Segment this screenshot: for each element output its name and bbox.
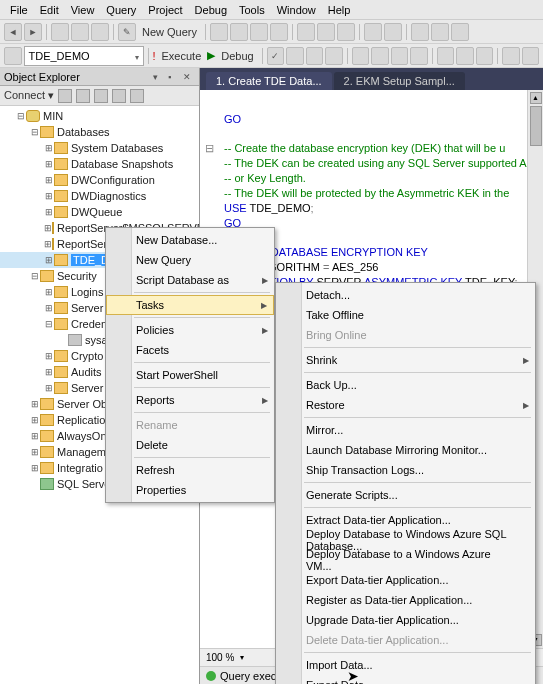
mi-script-database[interactable]: Script Database as▶ xyxy=(106,270,274,290)
mi-properties[interactable]: Properties xyxy=(106,480,274,500)
newquery-icon[interactable]: ✎ xyxy=(118,23,136,41)
menu-query[interactable]: Query xyxy=(100,2,142,18)
scroll-up-icon[interactable]: ▲ xyxy=(530,92,542,104)
oe-tb-icon[interactable] xyxy=(130,89,144,103)
menu-debug[interactable]: Debug xyxy=(189,2,233,18)
nav-fwd-button[interactable]: ► xyxy=(24,23,42,41)
mi-upgrade-dta[interactable]: Upgrade Data-tier Application... xyxy=(276,610,535,630)
code-text: TDE_DEMO xyxy=(247,202,311,214)
tb-icon[interactable] xyxy=(286,47,304,65)
menu-file[interactable]: File xyxy=(4,2,34,18)
nav-back-button[interactable]: ◄ xyxy=(4,23,22,41)
menu-project[interactable]: Project xyxy=(142,2,188,18)
oe-tb-icon[interactable] xyxy=(112,89,126,103)
db-node[interactable]: ⊞DWConfiguration xyxy=(0,172,199,188)
debug-button[interactable]: Debug xyxy=(217,50,257,62)
database-combo[interactable]: TDE_DEMO xyxy=(24,46,144,66)
mi-ship-transaction-logs[interactable]: Ship Transaction Logs... xyxy=(276,460,535,480)
tb-icon[interactable] xyxy=(337,23,355,41)
mi-start-powershell[interactable]: Start PowerShell xyxy=(106,365,274,385)
scroll-thumb[interactable] xyxy=(530,106,542,146)
pin-icon[interactable]: ▾ xyxy=(153,72,165,84)
mi-mirror[interactable]: Mirror... xyxy=(276,420,535,440)
tb-icon[interactable] xyxy=(456,47,474,65)
mi-deploy-azure-sql[interactable]: Deploy Database to Windows Azure SQL Dat… xyxy=(276,530,535,550)
mi-register-dta[interactable]: Register as Data-tier Application... xyxy=(276,590,535,610)
menu-view[interactable]: View xyxy=(65,2,101,18)
mi-extract-dta[interactable]: Extract Data-tier Application... xyxy=(276,510,535,530)
mi-policies[interactable]: Policies▶ xyxy=(106,320,274,340)
newquery-label[interactable]: New Query xyxy=(138,26,201,38)
mi-new-database[interactable]: New Database... xyxy=(106,230,274,250)
close-icon[interactable]: ✕ xyxy=(183,72,195,84)
tab-create-tde[interactable]: 1. Create TDE Data... xyxy=(206,72,332,90)
execute-button[interactable]: Execute xyxy=(158,50,206,62)
mi-export-data[interactable]: Export Data... xyxy=(276,675,535,684)
db-folder-node[interactable]: ⊞Database Snapshots xyxy=(0,156,199,172)
tb-icon[interactable] xyxy=(270,23,288,41)
tb-icon[interactable]: ✓ xyxy=(267,47,285,65)
tb-icon[interactable] xyxy=(437,47,455,65)
toolbar-sql: TDE_DEMO ! Execute ▶ Debug ✓ xyxy=(0,44,543,68)
tb-icon[interactable] xyxy=(325,47,343,65)
tb-icon[interactable] xyxy=(364,23,382,41)
mi-export-dta[interactable]: Export Data-tier Application... xyxy=(276,570,535,590)
tb-icon[interactable] xyxy=(410,47,428,65)
tb-icon[interactable] xyxy=(384,23,402,41)
mi-back-up[interactable]: Back Up... xyxy=(276,375,535,395)
zoom-combo[interactable]: 100 % xyxy=(206,652,234,663)
db-node[interactable]: ⊞DWDiagnostics xyxy=(0,188,199,204)
tab-ekm-setup[interactable]: 2. EKM Setup Sampl... xyxy=(334,72,465,90)
mi-launch-mirroring-monitor[interactable]: Launch Database Mirroring Monitor... xyxy=(276,440,535,460)
menu-window[interactable]: Window xyxy=(271,2,322,18)
folder-icon xyxy=(40,398,54,410)
menu-tools[interactable]: Tools xyxy=(233,2,271,18)
tb-icon[interactable] xyxy=(297,23,315,41)
mi-deploy-azure-vm[interactable]: Deploy Database to a Windows Azure VM... xyxy=(276,550,535,570)
open-button[interactable] xyxy=(71,23,89,41)
tb-icon[interactable] xyxy=(317,23,335,41)
tb-icon[interactable] xyxy=(431,23,449,41)
mi-import-data[interactable]: Import Data... xyxy=(276,655,535,675)
mi-facets[interactable]: Facets xyxy=(106,340,274,360)
tb-icon[interactable] xyxy=(210,23,228,41)
db-folder-node[interactable]: ⊞System Databases xyxy=(0,140,199,156)
tb-icon[interactable] xyxy=(502,47,520,65)
oe-tb-icon[interactable] xyxy=(76,89,90,103)
tb-icon[interactable] xyxy=(250,23,268,41)
tb-icon[interactable] xyxy=(306,47,324,65)
new-button[interactable] xyxy=(51,23,69,41)
server-node[interactable]: ⊟MIN xyxy=(0,108,199,124)
pushpin-icon[interactable]: ▪ xyxy=(168,72,180,84)
mi-new-query[interactable]: New Query xyxy=(106,250,274,270)
mi-refresh[interactable]: Refresh xyxy=(106,460,274,480)
tb-icon[interactable] xyxy=(451,23,469,41)
mi-reports[interactable]: Reports▶ xyxy=(106,390,274,410)
mi-generate-scripts[interactable]: Generate Scripts... xyxy=(276,485,535,505)
save-button[interactable] xyxy=(91,23,109,41)
code-text: -- The DEK will be protected by the Asym… xyxy=(224,187,512,199)
tb-icon[interactable] xyxy=(352,47,370,65)
tb-icon[interactable] xyxy=(4,47,22,65)
oe-tb-icon[interactable] xyxy=(94,89,108,103)
tb-icon[interactable] xyxy=(391,47,409,65)
mi-shrink[interactable]: Shrink▶ xyxy=(276,350,535,370)
tb-icon[interactable] xyxy=(476,47,494,65)
connect-button[interactable]: Connect ▾ xyxy=(4,89,54,102)
tb-icon[interactable] xyxy=(371,47,389,65)
tb-icon[interactable] xyxy=(411,23,429,41)
tb-icon[interactable] xyxy=(522,47,540,65)
menu-edit[interactable]: Edit xyxy=(34,2,65,18)
mi-tasks[interactable]: Tasks▶ xyxy=(106,295,274,315)
mi-take-offline[interactable]: Take Offline xyxy=(276,305,535,325)
mi-restore[interactable]: Restore▶ xyxy=(276,395,535,415)
tb-icon[interactable] xyxy=(230,23,248,41)
db-node[interactable]: ⊞DWQueue xyxy=(0,204,199,220)
collapse-icon[interactable]: ⊟ xyxy=(202,141,216,155)
mi-delete[interactable]: Delete xyxy=(106,435,274,455)
oe-tb-icon[interactable] xyxy=(58,89,72,103)
menu-help[interactable]: Help xyxy=(322,2,357,18)
chevron-down-icon[interactable]: ▾ xyxy=(240,653,244,662)
mi-detach[interactable]: Detach... xyxy=(276,285,535,305)
databases-node[interactable]: ⊟Databases xyxy=(0,124,199,140)
